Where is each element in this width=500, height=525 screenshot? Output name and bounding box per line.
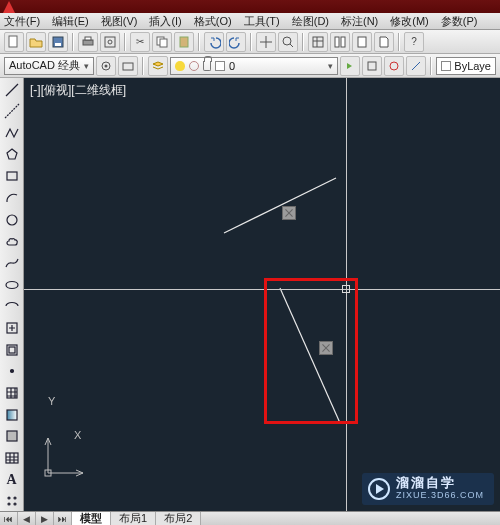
tab-prev-icon[interactable]: ◀: [18, 512, 36, 525]
color-swatch-icon: [441, 61, 451, 71]
cut-icon[interactable]: ✂: [130, 32, 150, 52]
color-swatch-icon: [215, 61, 225, 71]
svg-rect-20: [7, 172, 17, 180]
mtext-icon[interactable]: A: [2, 470, 22, 490]
menu-edit[interactable]: 编辑(E): [52, 14, 89, 29]
make-block-icon[interactable]: [2, 340, 22, 360]
menu-insert[interactable]: 插入(I): [149, 14, 181, 29]
svg-rect-28: [7, 410, 17, 420]
circle-icon[interactable]: [2, 210, 22, 230]
construction-line-icon[interactable]: [2, 102, 22, 122]
help-icon[interactable]: ?: [404, 32, 424, 52]
grip-handle[interactable]: [282, 206, 296, 220]
svg-point-34: [14, 503, 16, 505]
tab-first-icon[interactable]: ⏮: [0, 512, 18, 525]
layer-match-icon[interactable]: [406, 56, 426, 76]
ucs-y-label: Y: [48, 395, 55, 407]
svg-point-31: [8, 497, 10, 499]
bulb-icon: [175, 61, 185, 71]
toolbar-separator: [430, 57, 432, 75]
workspace-label: AutoCAD 经典: [9, 58, 80, 73]
svg-rect-30: [6, 453, 18, 463]
svg-point-22: [6, 281, 18, 288]
plot-preview-icon[interactable]: [100, 32, 120, 52]
svg-rect-13: [341, 37, 345, 47]
color-label: ByLaye: [454, 60, 491, 72]
svg-rect-17: [123, 63, 133, 70]
new-icon[interactable]: [4, 32, 24, 52]
pan-icon[interactable]: [256, 32, 276, 52]
ellipse-arc-icon[interactable]: [2, 297, 22, 317]
svg-point-21: [7, 215, 17, 225]
layer-iso-icon[interactable]: [384, 56, 404, 76]
print-icon[interactable]: [78, 32, 98, 52]
lock-icon: [203, 61, 211, 71]
svg-rect-12: [335, 37, 339, 47]
open-icon[interactable]: [26, 32, 46, 52]
toolbar-grip-icon[interactable]: [2, 491, 22, 511]
insert-block-icon[interactable]: [2, 318, 22, 338]
layer-states-icon[interactable]: [362, 56, 382, 76]
rectangle-icon[interactable]: [2, 167, 22, 187]
svg-point-33: [8, 503, 10, 505]
table-icon[interactable]: [2, 448, 22, 468]
toolbar-separator: [302, 33, 304, 51]
layer-manager-icon[interactable]: [148, 56, 168, 76]
menu-tools[interactable]: 工具(T): [244, 14, 280, 29]
tab-model[interactable]: 模型: [72, 512, 111, 525]
redo-icon[interactable]: [226, 32, 246, 52]
spline-icon[interactable]: [2, 253, 22, 273]
svg-point-26: [10, 370, 13, 373]
color-select[interactable]: ByLaye: [436, 57, 496, 75]
paste-icon[interactable]: [174, 32, 194, 52]
tab-layout1[interactable]: 布局1: [111, 512, 156, 525]
svg-rect-14: [358, 37, 366, 47]
zoom-icon[interactable]: [278, 32, 298, 52]
drawing-viewport[interactable]: [-][俯视][二维线框] Y X 溜溜自学 Z: [24, 78, 500, 511]
tab-next-icon[interactable]: ▶: [36, 512, 54, 525]
svg-rect-2: [55, 43, 61, 46]
revision-cloud-icon[interactable]: [2, 232, 22, 252]
region-icon[interactable]: [2, 427, 22, 447]
tool-palettes-icon[interactable]: [352, 32, 372, 52]
workspace-save-icon[interactable]: [118, 56, 138, 76]
toolbar-separator: [198, 33, 200, 51]
tab-last-icon[interactable]: ⏭: [54, 512, 72, 525]
svg-rect-0: [9, 36, 17, 47]
copy-icon[interactable]: [152, 32, 172, 52]
highlight-rectangle: [264, 278, 358, 424]
crosshair-horizontal: [24, 289, 500, 290]
workspace-select[interactable]: AutoCAD 经典: [4, 57, 94, 75]
polygon-icon[interactable]: [2, 145, 22, 165]
workspace-settings-icon[interactable]: [96, 56, 116, 76]
ellipse-icon[interactable]: [2, 275, 22, 295]
toolbar-separator: [398, 33, 400, 51]
line-icon[interactable]: [2, 80, 22, 100]
svg-line-35: [224, 178, 336, 233]
polyline-icon[interactable]: [2, 123, 22, 143]
arc-icon[interactable]: [2, 188, 22, 208]
save-icon[interactable]: [48, 32, 68, 52]
menu-parametric[interactable]: 参数(P): [441, 14, 478, 29]
point-icon[interactable]: [2, 362, 22, 382]
design-center-icon[interactable]: [330, 32, 350, 52]
menu-view[interactable]: 视图(V): [101, 14, 138, 29]
gradient-icon[interactable]: [2, 405, 22, 425]
hatch-icon[interactable]: [2, 383, 22, 403]
menu-file[interactable]: 文件(F): [4, 14, 40, 29]
menu-format[interactable]: 格式(O): [194, 14, 232, 29]
layer-previous-icon[interactable]: [340, 56, 360, 76]
menu-dimension[interactable]: 标注(N): [341, 14, 378, 29]
ucs-icon[interactable]: Y X: [38, 433, 88, 485]
tab-layout2[interactable]: 布局2: [156, 512, 201, 525]
properties-icon[interactable]: [308, 32, 328, 52]
svg-rect-5: [105, 37, 115, 47]
undo-icon[interactable]: [204, 32, 224, 52]
menu-modify[interactable]: 修改(M): [390, 14, 429, 29]
layout-tabs: ⏮ ◀ ▶ ⏭ 模型 布局1 布局2: [0, 511, 500, 525]
sheet-set-icon[interactable]: [374, 32, 394, 52]
app-icon: [0, 0, 18, 13]
menu-draw[interactable]: 绘图(D): [292, 14, 329, 29]
layer-select[interactable]: 0: [170, 57, 338, 75]
title-bar: [0, 0, 500, 13]
